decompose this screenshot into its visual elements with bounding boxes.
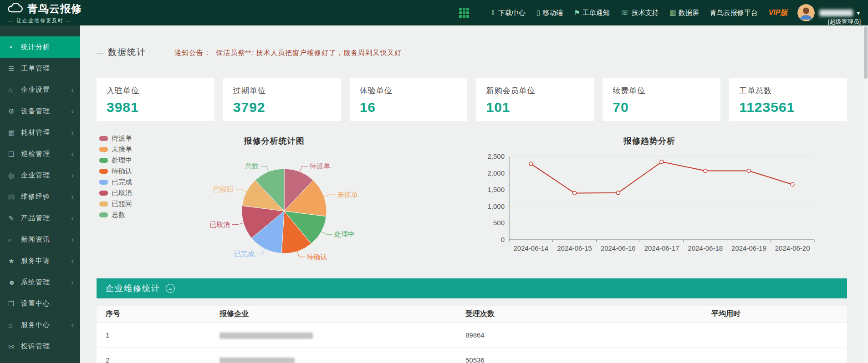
legend-swatch: [99, 169, 108, 174]
pie-legend-item[interactable]: 处理中: [99, 155, 132, 166]
legend-swatch: [99, 136, 108, 141]
page-head: — 数据统计 通知公告： 保洁员蔡**: 技术人员把窗户维修好了，服务周到又快又…: [97, 25, 847, 58]
table-body: 1 89864 2 50536: [97, 323, 847, 363]
pie-legend-item[interactable]: 总数: [99, 209, 132, 220]
svg-text:500: 500: [493, 219, 505, 227]
card-icon: ▤: [8, 193, 19, 201]
chevron-left-icon: ‹: [71, 235, 74, 244]
svg-text:待确认: 待确认: [306, 253, 327, 261]
pie-legend-item[interactable]: 待确认: [99, 166, 132, 176]
legend-label: 处理中: [112, 156, 132, 165]
top-header: 青鸟云报修 — 让企业维修更及时 — ⇩ 下载中心 ▯ 移动端 ⚑ 工单通知 ☏: [0, 0, 868, 25]
header-nav-item[interactable]: ▥ 数据屏: [669, 9, 699, 17]
download-icon: ⇩: [490, 9, 496, 17]
tag-icon: ❒: [8, 300, 19, 308]
svg-text:已驳回: 已驳回: [213, 185, 234, 193]
sidebar-item[interactable]: ❏ 巡检管理 ‹: [0, 143, 80, 165]
enterprise-repair-stats-header[interactable]: 企业维修统计 ⌄: [97, 278, 847, 298]
sidebar-item[interactable]: ▦ 耗材管理 ‹: [0, 122, 80, 143]
pie-legend-item[interactable]: 已驳回: [99, 198, 132, 209]
sidebar-item[interactable]: ✎ 产品管理 ‹: [0, 207, 80, 229]
charts-row: 报修分析统计图 待派单未接单处理中待确认已完成已取消已驳回总数 待派单未接单处理…: [97, 132, 847, 278]
user-icon: ☻: [8, 278, 19, 286]
sidebar-item[interactable]: ⌕ 新闻资讯 ‹: [0, 229, 80, 250]
support-icon: ☏: [621, 9, 629, 17]
svg-text:2024-06-17: 2024-06-17: [644, 244, 679, 252]
sidebar-item[interactable]: ❒ 设置中心 ‹: [0, 293, 80, 314]
collapse-chevron-icon: ⌄: [166, 284, 175, 293]
svg-text:未接单: 未接单: [337, 191, 358, 198]
sidebar-item-label: 工单管理: [21, 64, 50, 73]
sidebar-item-label: 投诉管理: [21, 342, 50, 351]
header-nav-label: 工单通知: [582, 9, 610, 17]
sidebar-item-label: 企业管理: [21, 171, 50, 180]
cell-index: 2: [97, 356, 210, 363]
chevron-left-icon: ‹: [71, 86, 74, 95]
vip-badge[interactable]: VIP版: [769, 8, 788, 18]
apps-grid-icon[interactable]: [459, 8, 469, 18]
caret-down-icon: ▾: [857, 10, 860, 16]
cell-company: [210, 356, 456, 363]
column-header: 报修企业: [210, 309, 456, 319]
pie-legend-item[interactable]: 已取消: [99, 187, 132, 198]
chevron-left-icon: ‹: [71, 214, 74, 223]
header-nav-item[interactable]: 青鸟云报修平台: [710, 9, 758, 17]
sidebar: ◔ 统计分析 ‹ ☰ 工单管理 ‹ ⌂ 企业设置 ‹ ⚙ 设备管理 ‹ ▦ 耗材…: [0, 25, 80, 363]
stat-card: 体验单位 16: [350, 78, 468, 121]
sidebar-item[interactable]: ☰ 工单管理 ‹: [0, 58, 80, 79]
sidebar-item[interactable]: ▤ 维修经验 ‹: [0, 186, 80, 207]
username-blurred[interactable]: [819, 10, 853, 16]
header-nav-item[interactable]: ▯ 移动端: [536, 9, 563, 17]
chevron-left-icon: ‹: [71, 128, 74, 137]
avatar[interactable]: [797, 4, 815, 21]
header-nav-item[interactable]: ☏ 技术支持: [621, 9, 659, 17]
legend-label: 待确认: [112, 167, 132, 176]
pie-legend-item[interactable]: 待派单: [99, 133, 132, 144]
sidebar-item[interactable]: ◎ 企业管理 ‹: [0, 165, 80, 186]
search-icon: ⌕: [8, 236, 19, 244]
header-nav-item[interactable]: ⇩ 下载中心: [490, 9, 526, 17]
home-icon: ⌂: [8, 86, 19, 94]
header-nav-item[interactable]: ⚑ 工单通知: [574, 9, 609, 17]
pie-legend-item[interactable]: 未接单: [99, 144, 132, 155]
title-dash: —: [97, 49, 103, 56]
scrollbar-track[interactable]: [863, 25, 868, 363]
sidebar-item[interactable]: ⚙ 设备管理 ‹: [0, 101, 80, 122]
page-title: 数据统计: [108, 46, 146, 58]
svg-text:2,500: 2,500: [487, 152, 505, 160]
stat-label: 新购会员单位: [486, 86, 584, 96]
sidebar-item[interactable]: ◔ 统计分析 ‹: [0, 36, 80, 58]
scrollbar-thumb[interactable]: [864, 26, 868, 79]
line-chart-title: 报修趋势分析: [452, 132, 847, 146]
header-nav-label: 技术支持: [631, 9, 659, 17]
pie-legend-item[interactable]: 已完成: [99, 176, 132, 187]
sidebar-item[interactable]: ✉ 投诉管理 ‹: [0, 336, 80, 357]
sidebar-item[interactable]: ⌂ 企业设置 ‹: [0, 79, 80, 101]
list-icon: ☰: [8, 65, 19, 73]
cloud-logo-icon: [6, 2, 24, 15]
stat-label: 工单总数: [739, 86, 837, 96]
legend-swatch: [99, 158, 108, 163]
sidebar-item[interactable]: ⌂ 服务中心 ‹: [0, 314, 80, 336]
bookmark-icon: ❏: [8, 150, 19, 158]
svg-text:2,000: 2,000: [487, 169, 505, 177]
sidebar-item[interactable]: ☻ 系统管理 ‹: [0, 272, 80, 293]
sidebar-item-label: 新闻资讯: [21, 235, 50, 244]
legend-label: 已完成: [112, 178, 132, 187]
sidebar-item[interactable]: ★ 服务申请 ‹: [0, 250, 80, 272]
user-role-label: [超级管理员]: [828, 18, 861, 26]
svg-text:已取消: 已取消: [209, 221, 230, 228]
chevron-left-icon: ‹: [71, 171, 74, 180]
svg-text:1,000: 1,000: [487, 202, 505, 210]
pie-chart-icon: ◔: [8, 43, 19, 51]
legend-swatch: [99, 202, 108, 207]
legend-swatch: [99, 191, 108, 196]
svg-text:2024-06-14: 2024-06-14: [513, 244, 548, 252]
home-icon: ⌂: [8, 321, 19, 329]
svg-text:0: 0: [501, 236, 505, 243]
target-icon: ◎: [8, 171, 19, 180]
logo: 青鸟云报修 — 让企业维修更及时 —: [0, 2, 99, 24]
legend-swatch: [99, 212, 108, 217]
chevron-left-icon: ‹: [71, 278, 74, 287]
svg-text:2024-06-16: 2024-06-16: [601, 244, 636, 252]
